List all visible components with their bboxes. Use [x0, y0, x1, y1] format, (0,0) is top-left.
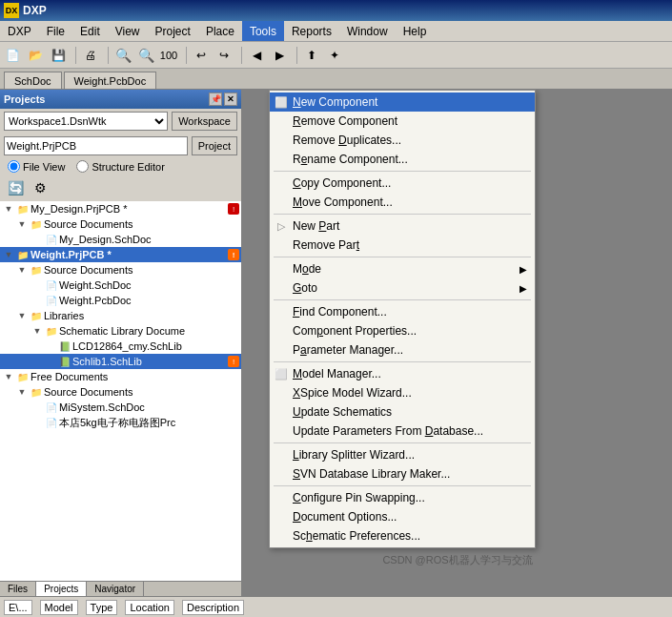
- toolbar-back[interactable]: ◀: [246, 45, 267, 66]
- tree-item-mydesign-sch[interactable]: 📄 My_Design.SchDoc: [0, 232, 241, 247]
- menu-item-new-part[interactable]: ▷ New Part: [270, 216, 535, 236]
- menu-divider-1: [274, 171, 531, 172]
- toolbar-undo[interactable]: ↩: [191, 45, 212, 66]
- toolbar-new[interactable]: 📄: [2, 45, 23, 66]
- workspace-select[interactable]: Workspace1.DsnWtk: [4, 112, 168, 131]
- bottom-tab-projects[interactable]: Projects: [36, 582, 87, 596]
- file-view-option[interactable]: File View: [8, 160, 65, 173]
- menu-item-schematic-preferences[interactable]: Schematic Preferences...: [270, 526, 535, 545]
- menu-file[interactable]: File: [39, 21, 72, 41]
- bottom-tabs: Files Projects Navigator: [0, 581, 241, 596]
- menu-item-model-manager[interactable]: ⬜ Model Manager...: [270, 364, 535, 383]
- expander-weight-src[interactable]: ▼: [15, 263, 29, 277]
- toolbar-sep5: [294, 47, 297, 64]
- menu-item-remove-part[interactable]: Remove Part: [270, 236, 535, 255]
- app-title: DXP: [23, 4, 47, 17]
- panel-title: Projects: [4, 93, 45, 105]
- menu-item-document-options[interactable]: Document Options...: [270, 507, 535, 526]
- expander-schlib-folder[interactable]: ▼: [31, 324, 44, 338]
- project-input[interactable]: [4, 136, 188, 155]
- tree-item-mydesign-src[interactable]: ▼ 📁 Source Documents: [0, 216, 241, 232]
- sidebar-icon-settings[interactable]: ⚙: [29, 176, 51, 199]
- sidebar-icon-refresh[interactable]: 🔄: [4, 176, 27, 199]
- project-button[interactable]: Project: [192, 136, 237, 155]
- toolbar-cross[interactable]: ✦: [324, 45, 345, 66]
- structure-editor-option[interactable]: Structure Editor: [76, 160, 164, 173]
- menu-dxp[interactable]: DXP: [0, 21, 39, 41]
- tree-item-lcd[interactable]: 📗 LCD12864_cmy.SchLib: [0, 339, 241, 354]
- menu-item-xspice[interactable]: XSpice Model Wizard...: [270, 383, 535, 402]
- menu-help[interactable]: Help: [396, 21, 435, 41]
- toolbar-hierarchy[interactable]: ⬆: [301, 45, 322, 66]
- menu-divider-7: [274, 485, 531, 486]
- menu-edit[interactable]: Edit: [72, 21, 108, 41]
- toolbar-redo[interactable]: ↪: [214, 45, 234, 66]
- tab-schdoc[interactable]: SchDoc: [4, 72, 62, 89]
- toolbar-save[interactable]: 💾: [48, 45, 69, 66]
- tree-item-libraries[interactable]: ▼ 📁 Libraries: [0, 308, 241, 323]
- menu-item-remove-component[interactable]: Remove Component: [270, 112, 535, 131]
- menu-item-configure-pin[interactable]: Configure Pin Swapping...: [270, 488, 535, 507]
- menu-item-rename-component[interactable]: Rename Component...: [270, 150, 535, 169]
- menu-view[interactable]: View: [108, 21, 148, 41]
- menu-window[interactable]: Window: [339, 21, 396, 41]
- toolbar-forward[interactable]: ▶: [269, 45, 290, 66]
- goto-arrow: ▶: [519, 283, 527, 294]
- menu-place[interactable]: Place: [198, 21, 242, 41]
- toolbar-open[interactable]: 📂: [25, 45, 46, 66]
- menu-item-update-schematics[interactable]: Update Schematics: [270, 402, 535, 422]
- toolbar-zoom100[interactable]: 100: [158, 45, 179, 66]
- expander-libraries[interactable]: ▼: [15, 309, 29, 322]
- panel-close[interactable]: ✕: [224, 93, 237, 106]
- expander-weight[interactable]: ▼: [2, 248, 15, 261]
- menu-item-goto[interactable]: Goto ▶: [270, 278, 535, 298]
- status-cell-location: Location: [125, 600, 174, 615]
- menu-tools[interactable]: Tools: [242, 21, 284, 41]
- tab-bar: SchDoc Weight.PcbDoc: [0, 69, 672, 90]
- tree-item-weight[interactable]: ▼ 📁 Weight.PrjPCB * !: [0, 247, 241, 262]
- badge-weight: !: [228, 249, 239, 260]
- menu-item-copy-component[interactable]: Copy Component...: [270, 174, 535, 193]
- tree-item-weight-src[interactable]: ▼ 📁 Source Documents: [0, 262, 241, 278]
- doc-icon-mydesign-sch: 📄: [44, 233, 59, 246]
- expander-mydesign-src[interactable]: ▼: [15, 217, 29, 231]
- tree-item-weight-sch[interactable]: 📄 Weight.SchDoc: [0, 278, 241, 293]
- menu-item-remove-duplicates[interactable]: Remove Duplicates...: [270, 131, 535, 150]
- tree-item-misystem[interactable]: 📄 MiSystem.SchDoc: [0, 400, 241, 415]
- menu-item-svn-database[interactable]: SVN Database Library Maker...: [270, 464, 535, 483]
- menu-item-update-params[interactable]: Update Parameters From Database...: [270, 422, 535, 441]
- tab-pcbdoc[interactable]: Weight.PcbDoc: [64, 72, 157, 89]
- tree-item-schlib1[interactable]: 📗 Schlib1.SchLib !: [0, 354, 241, 369]
- menu-item-new-component[interactable]: ⬜ New Component: [270, 93, 535, 112]
- projects-panel-header: Projects 📌 ✕: [0, 90, 241, 109]
- menu-item-find-component[interactable]: Find Component...: [270, 302, 535, 321]
- toolbar-zoomout[interactable]: 🔍: [112, 45, 133, 66]
- toolbar-zoomin[interactable]: 🔍: [135, 45, 156, 66]
- tree-item-free-src[interactable]: ▼ 📁 Source Documents: [0, 384, 241, 400]
- menu-reports[interactable]: Reports: [284, 21, 339, 41]
- expander-free-src[interactable]: ▼: [15, 385, 29, 399]
- menu-item-mode[interactable]: Mode ▶: [270, 259, 535, 278]
- tree-item-schlib-folder[interactable]: ▼ 📁 Schematic Library Docume: [0, 323, 241, 339]
- expander-mydesign[interactable]: ▼: [2, 202, 15, 216]
- menu-divider-2: [274, 214, 531, 215]
- workspace-button[interactable]: Workspace: [172, 112, 237, 131]
- tree-item-free[interactable]: ▼ 📁 Free Documents: [0, 369, 241, 384]
- toolbar-print[interactable]: 🖨: [80, 45, 101, 66]
- menu-item-parameter-manager[interactable]: Parameter Manager...: [270, 340, 535, 360]
- expander-free[interactable]: ▼: [2, 370, 15, 383]
- bottom-tab-files[interactable]: Files: [0, 582, 36, 596]
- menu-item-component-properties[interactable]: Component Properties...: [270, 321, 535, 340]
- mode-arrow: ▶: [519, 264, 527, 275]
- panel-pin[interactable]: 📌: [209, 93, 222, 106]
- menu-item-library-splitter[interactable]: Library Splitter Wizard...: [270, 445, 535, 464]
- workspace-row: Workspace1.DsnWtk Workspace: [0, 109, 241, 134]
- bottom-tab-navigator[interactable]: Navigator: [87, 582, 144, 596]
- folder-icon-schlib: 📁: [44, 324, 59, 338]
- menu-item-move-component[interactable]: Move Component...: [270, 193, 535, 212]
- menu-project[interactable]: Project: [148, 21, 198, 41]
- model-manager-icon: ⬜: [274, 366, 289, 381]
- tree-item-5kg[interactable]: 📄 本店5kg电子称电路图Prc: [0, 415, 241, 431]
- tree-item-mydesign[interactable]: ▼ 📁 My_Design.PrjPCB * !: [0, 201, 241, 216]
- tree-item-weight-pcb[interactable]: 📄 Weight.PcbDoc: [0, 293, 241, 308]
